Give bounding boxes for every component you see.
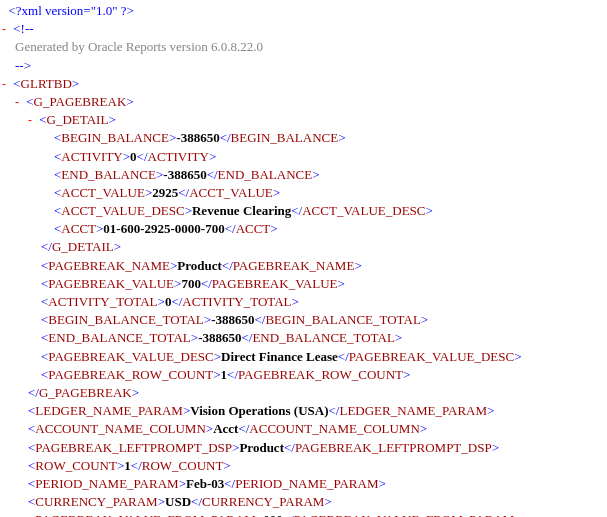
- comment-close: -->: [2, 57, 605, 75]
- toggle-icon[interactable]: -: [2, 22, 6, 36]
- row-ledger-name-param: <LEDGER_NAME_PARAM>Vision Operations (US…: [2, 402, 605, 420]
- row-pagebreak-row-count: <PAGEBREAK_ROW_COUNT>1</PAGEBREAK_ROW_CO…: [2, 366, 605, 384]
- row-acct-value: <ACCT_VALUE>2925</ACCT_VALUE>: [2, 184, 605, 202]
- open-G_DETAIL: - <G_DETAIL>: [2, 111, 605, 129]
- row-end-balance: <END_BALANCE>-388650</END_BALANCE>: [2, 166, 605, 184]
- row-period-name-param: <PERIOD_NAME_PARAM>Feb-03</PERIOD_NAME_P…: [2, 475, 605, 493]
- row-acct: <ACCT>01-600-2925-0000-700</ACCT>: [2, 220, 605, 238]
- row-begin-balance-total: <BEGIN_BALANCE_TOTAL>-388650</BEGIN_BALA…: [2, 311, 605, 329]
- close-G_DETAIL: </G_DETAIL>: [2, 238, 605, 256]
- toggle-icon[interactable]: -: [2, 77, 6, 91]
- row-acct-value-desc: <ACCT_VALUE_DESC>Revenue Clearing</ACCT_…: [2, 202, 605, 220]
- close-G_PAGEBREAK: </G_PAGEBREAK>: [2, 384, 605, 402]
- row-account-name-column: <ACCOUNT_NAME_COLUMN>Acct</ACCOUNT_NAME_…: [2, 420, 605, 438]
- row-pagebreak-value: <PAGEBREAK_VALUE>700</PAGEBREAK_VALUE>: [2, 275, 605, 293]
- row-activity-total: <ACTIVITY_TOTAL>0</ACTIVITY_TOTAL>: [2, 293, 605, 311]
- row-pagebreak-leftprompt-dsp: <PAGEBREAK_LEFTPROMPT_DSP>Product</PAGEB…: [2, 439, 605, 457]
- row-pagebreak-name: <PAGEBREAK_NAME>Product</PAGEBREAK_NAME>: [2, 257, 605, 275]
- xml-declaration: <?xml version="1.0" ?>: [2, 2, 605, 20]
- open-G_PAGEBREAK: - <G_PAGEBREAK>: [2, 93, 605, 111]
- row-pagebreak-value-desc: <PAGEBREAK_VALUE_DESC>Direct Finance Lea…: [2, 348, 605, 366]
- row-activity: <ACTIVITY>0</ACTIVITY>: [2, 148, 605, 166]
- open-GLRTBD: - <GLRTBD>: [2, 75, 605, 93]
- row-end-balance-total: <END_BALANCE_TOTAL>-388650</END_BALANCE_…: [2, 329, 605, 347]
- toggle-icon[interactable]: -: [15, 95, 19, 109]
- comment-open: - <!--: [2, 20, 605, 38]
- row-row-count: <ROW_COUNT>1</ROW_COUNT>: [2, 457, 605, 475]
- row-pagebreak-value-from-param: <PAGEBREAK_VALUE_FROM_PARAM>000</PAGEBRE…: [2, 511, 605, 517]
- row-currency-param: <CURRENCY_PARAM>USD</CURRENCY_PARAM>: [2, 493, 605, 511]
- toggle-icon[interactable]: -: [28, 113, 32, 127]
- comment-text: Generated by Oracle Reports version 6.0.…: [2, 38, 605, 56]
- row-begin-balance: <BEGIN_BALANCE>-388650</BEGIN_BALANCE>: [2, 129, 605, 147]
